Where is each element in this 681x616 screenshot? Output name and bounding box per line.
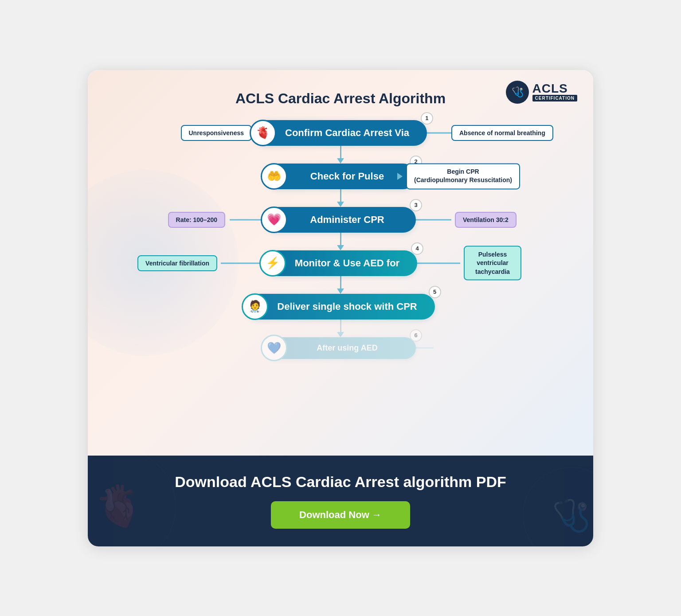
step6-label: After using AED (317, 343, 377, 353)
step3-right-note: Ventilation 30:2 (455, 212, 517, 228)
step6-icon: 💙 (261, 335, 287, 361)
flow-diagram: Unresponsiveness 🫀 Confirm Cardiac Arres… (114, 120, 567, 359)
step1-node: 🫀 Confirm Cardiac Arrest Via 1 (254, 120, 427, 146)
step2-node: 🤲 Check for Pulse 2 (265, 164, 416, 189)
step2-label: Check for Pulse (310, 171, 384, 182)
download-button-label: Download Now → (299, 509, 382, 521)
step4-label: Monitor & Use AED for (295, 257, 399, 269)
main-card: 🩺 ACLS CERTIFICATION ACLS Cardiac Arrest… (88, 70, 593, 546)
step1-right-note: Absence of normal breathing (451, 125, 553, 141)
step4-node: ⚡ Monitor & Use AED for 4 (264, 250, 417, 276)
logo-icon: 🩺 (506, 81, 529, 104)
step1-num: 1 (421, 112, 433, 125)
step3-icon: 💗 (261, 207, 287, 233)
svg-text:🩺: 🩺 (511, 86, 524, 98)
step4-right-note: Pulseless ventricular tachycardia (464, 246, 521, 281)
logo-area: 🩺 ACLS CERTIFICATION (506, 81, 577, 104)
logo-acls: ACLS (532, 82, 568, 95)
watermark2: 🩺 (522, 467, 593, 546)
step6-num: 6 (410, 329, 422, 342)
step3-label: Administer CPR (310, 214, 384, 226)
step4-icon: ⚡ (259, 250, 286, 277)
logo-text: ACLS CERTIFICATION (532, 82, 577, 101)
step1-left-note: Unresponsiveness (181, 125, 252, 141)
step5-num: 5 (429, 286, 441, 298)
page-title: ACLS Cardiac Arrest Algorithm (114, 90, 567, 107)
watermark: 🫀 (88, 456, 176, 546)
step2-icon: 🤲 (261, 163, 287, 190)
step4-left-note: Ventricular fibrillation (137, 255, 217, 271)
download-button[interactable]: Download Now → (271, 501, 410, 529)
step4-num: 4 (411, 242, 423, 255)
diagram-area: 🩺 ACLS CERTIFICATION ACLS Cardiac Arrest… (88, 70, 593, 456)
step5-icon: 🧑‍⚕️ (242, 293, 268, 320)
logo-cert: CERTIFICATION (532, 95, 577, 101)
step5-label: Deliver single shock with CPR (277, 301, 417, 312)
step1-icon: 🫀 (250, 120, 276, 146)
step2-right-note: Begin CPR(Cardiopulmonary Resuscitation) (406, 163, 520, 189)
step1-label: Confirm Cardiac Arrest Via (285, 127, 409, 139)
step3-left-note: Rate: 100–200 (168, 212, 225, 228)
download-bar: 🫀 🩺 Download ACLS Cardiac Arrest algorit… (88, 456, 593, 546)
step6-node: 💙 After using AED 6 (265, 337, 416, 359)
step3-num: 3 (410, 199, 422, 211)
step3-node: 💗 Administer CPR 3 (265, 207, 416, 233)
download-title: Download ACLS Cardiac Arrest algorithm P… (175, 473, 506, 491)
step5-node: 🧑‍⚕️ Deliver single shock with CPR 5 (246, 294, 434, 320)
